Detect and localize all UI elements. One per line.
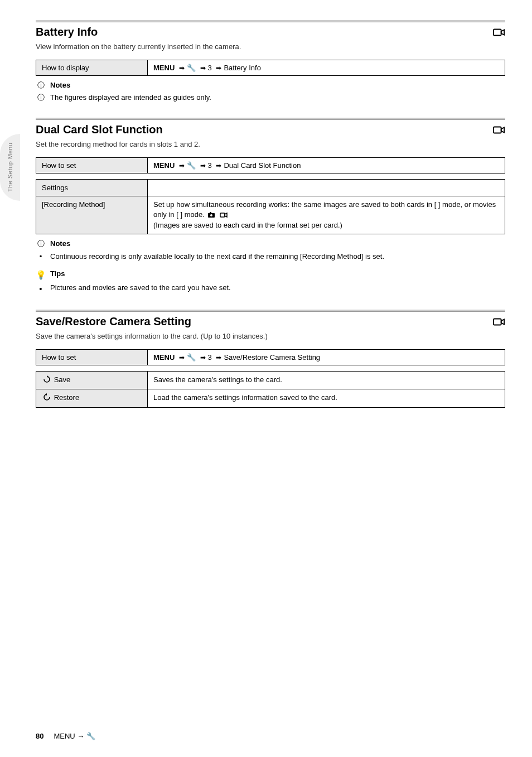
menu-how-label: How to display <box>36 60 148 75</box>
menu-step: Dual Card Slot Function <box>224 161 301 170</box>
bullet: • <box>36 252 46 262</box>
opt-val: Set up how simultaneous recording works:… <box>148 196 505 234</box>
notes-block: ⓘNotes ⓘThe figures displayed are intend… <box>36 80 505 104</box>
bullet: • <box>36 283 46 295</box>
svg-point-3 <box>210 214 212 216</box>
tip-text: Pictures and movies are saved to the car… <box>50 283 231 293</box>
menu-step: Save/Restore Camera Setting <box>224 353 320 361</box>
restore-rotate-icon <box>43 393 51 404</box>
tips-block: 💡Tips •Pictures and movies are saved to … <box>36 269 505 296</box>
notes-block: ⓘNotes •Continuous recording is only ava… <box>36 239 505 262</box>
menu-root: MENU <box>153 64 175 72</box>
notes-heading: Notes <box>50 239 70 249</box>
note-text: The figures displayed are intended as gu… <box>50 93 211 103</box>
save-rotate-icon <box>43 375 51 386</box>
opts-header-blank <box>148 179 505 196</box>
section-desc: Set the recording method for cards in sl… <box>36 139 505 150</box>
arrow-icon: ➡ <box>200 354 206 361</box>
info-icon: ⓘ <box>36 239 46 249</box>
tips-heading: Tips <box>50 269 65 279</box>
menu-step: Battery Info <box>224 64 260 72</box>
options-table: Save Saves the camera's settings to the … <box>36 371 505 408</box>
notes-heading: Notes <box>50 80 70 91</box>
menu-how-label: How to set <box>36 157 148 173</box>
footer-crumb: MENU → 🔧 <box>54 732 95 740</box>
opt-key-restore: Restore <box>36 389 148 408</box>
info-icon: ⓘ <box>36 93 46 103</box>
arrow-icon: ➡ <box>200 162 206 170</box>
arrow-icon: ➡ <box>179 64 185 72</box>
opt-key-text: Save <box>54 375 71 384</box>
side-tab-label: The Setup Menu <box>0 134 20 201</box>
opt-val-line: (Images are saved to each card in the fo… <box>153 221 342 229</box>
page-footer: 80 MENU → 🔧 <box>36 732 95 740</box>
section-title-battery-info: Battery Info <box>36 26 98 38</box>
menu-path-table: How to set MENU ➡🔧 ➡3 ➡Save/Restore Came… <box>36 349 505 365</box>
rule <box>36 118 505 120</box>
tip-icon: 💡 <box>36 269 46 281</box>
menu-root: MENU <box>153 161 175 170</box>
info-icon: ⓘ <box>36 80 46 91</box>
arrow-icon: ➡ <box>216 354 221 361</box>
movie-mode-icon <box>493 27 505 37</box>
section-title-save-restore: Save/Restore Camera Setting <box>36 315 191 328</box>
menu-root: MENU <box>153 353 175 361</box>
opt-val: Load the camera's settings information s… <box>148 389 505 408</box>
rule <box>36 310 505 312</box>
note-text: Continuous recording is only available l… <box>50 252 384 262</box>
page-number: 80 <box>36 732 43 740</box>
opt-key: [Recording Method] <box>36 196 148 234</box>
arrow-icon: ➡ <box>216 64 221 72</box>
options-table: Settings [Recording Method] Set up how s… <box>36 179 505 234</box>
opt-val: Saves the camera's settings to the card. <box>148 371 505 389</box>
menu-step: 3 <box>208 353 212 361</box>
movie-mode-icon <box>493 317 505 327</box>
svg-rect-0 <box>494 29 501 35</box>
menu-step: 3 <box>208 64 212 72</box>
opt-key-text: Restore <box>54 393 80 402</box>
camera-icon <box>207 211 215 221</box>
opt-key-save: Save <box>36 371 148 389</box>
rule <box>36 20 505 22</box>
menu-path-table: How to set MENU ➡🔧 ➡3 ➡Dual Card Slot Fu… <box>36 157 505 173</box>
menu-path: MENU ➡🔧 ➡3 ➡Save/Restore Camera Setting <box>148 349 505 365</box>
svg-rect-5 <box>220 213 225 217</box>
menu-how-label: How to set <box>36 349 148 365</box>
menu-path: MENU ➡🔧 ➡3 ➡Dual Card Slot Function <box>148 157 505 173</box>
menu-step: 🔧 <box>187 161 196 170</box>
opt-val-line: Set up how simultaneous recording works:… <box>153 200 496 219</box>
arrow-icon: ➡ <box>216 162 221 170</box>
section-desc: Save the camera's settings information t… <box>36 331 505 341</box>
movie-small-icon <box>220 211 228 221</box>
movie-mode-icon <box>493 125 505 135</box>
menu-step: 3 <box>208 161 212 170</box>
svg-rect-1 <box>494 127 501 133</box>
opts-header: Settings <box>36 179 148 196</box>
arrow-icon: ➡ <box>200 64 206 72</box>
menu-path: MENU ➡🔧 ➡3 ➡Battery Info <box>148 60 505 75</box>
arrow-icon: ➡ <box>179 162 185 170</box>
menu-step: 🔧 <box>187 353 196 361</box>
section-title-dual-card: Dual Card Slot Function <box>36 123 163 136</box>
svg-rect-4 <box>210 212 211 213</box>
menu-path-table: How to display MENU ➡🔧 ➡3 ➡Battery Info <box>36 60 505 76</box>
menu-step: 🔧 <box>187 64 196 72</box>
section-desc: View information on the battery currentl… <box>36 42 505 52</box>
arrow-icon: ➡ <box>179 354 185 361</box>
svg-rect-6 <box>494 319 501 325</box>
